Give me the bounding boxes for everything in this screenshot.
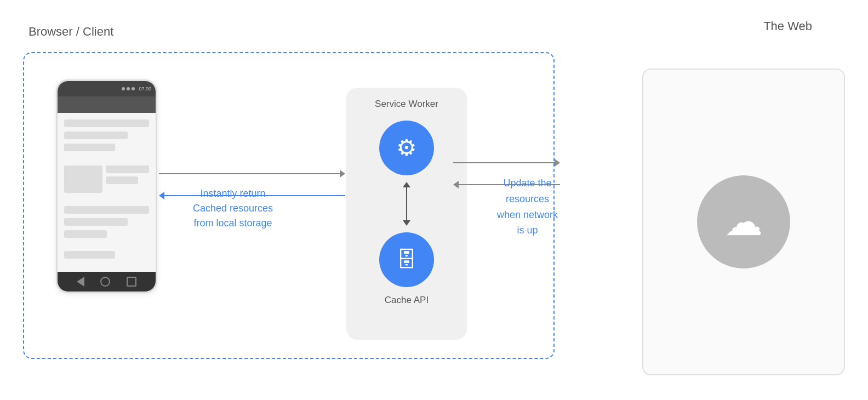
phone-mockup: 07:00 [56,79,157,293]
diagram-container: Browser / Client 07:00 [23,14,845,386]
arrow-shaft-sw-web [453,162,555,164]
cloud-icon-circle: ☁ [697,175,790,268]
battery-icon [132,87,135,90]
status-time: 07:00 [139,86,151,92]
content-line-4 [64,206,149,214]
arrow-head-left-web-sw-icon [453,181,459,188]
back-button-icon [77,277,84,287]
content-row-1 [64,165,149,193]
database-icon: 🗄 [396,248,417,272]
arrow-sw-to-web [453,159,560,167]
the-web-label: The Web [763,19,812,33]
from-local-storage-text: from local storage [193,216,273,231]
browser-client-label: Browser / Client [23,25,560,39]
arrow-head-left-icon [159,192,164,199]
instantly-return-text: Instantly return [193,186,273,201]
signal-icon [122,87,125,90]
content-right-2 [106,176,138,184]
content-line-5 [64,218,128,226]
gear-icon: ⚙ [396,136,417,159]
phone-status-bar: 07:00 [58,81,156,96]
content-line-3 [64,144,115,151]
content-right-1 [106,165,149,173]
web-box: ☁ [642,68,845,375]
content-line-7 [64,251,115,259]
arrow-head-right-sw-web-icon [555,159,560,167]
arrow-head-down-icon [403,220,410,226]
browser-client-area: Browser / Client 07:00 [23,25,560,364]
cached-text-label: Instantly return Cached resources from l… [193,186,273,231]
cloud-icon: ☁ [724,199,763,244]
update-the-text: Update the [497,175,558,191]
arrow-head-right-icon [340,170,345,178]
resources-text: resources [497,191,558,207]
content-right-col [106,165,149,193]
phone-status-icons: 07:00 [122,86,151,92]
service-worker-box: Service Worker ⚙ 🗄 Cache API [346,88,467,340]
when-network-text: when network [497,207,558,223]
wifi-icon [127,87,130,90]
service-worker-icon-circle: ⚙ [379,121,434,175]
content-line-1 [64,119,149,127]
content-line-6 [64,230,107,238]
arrow-shaft [159,173,340,175]
home-button-icon [100,277,110,287]
arrow-phone-to-sw [159,170,345,178]
phone-content [58,113,156,272]
recents-button-icon [127,277,136,287]
cache-api-label: Cache API [385,295,429,306]
update-text-label: Update the resources when network is up [497,175,558,238]
service-worker-label: Service Worker [375,99,438,110]
arrow-shaft-vertical [406,187,408,220]
arrow-head-up-icon [403,182,410,187]
phone-nav-bar [58,272,156,292]
content-block-left [64,165,102,193]
vertical-arrow [403,182,410,226]
cache-api-icon-circle: 🗄 [379,232,434,287]
cached-resources-text: Cached resources [193,201,273,216]
right-section: The Web ☁ Update the resources when netw… [560,41,845,348]
content-line-2 [64,132,128,139]
phone-toolbar [58,96,156,113]
is-up-text: is up [497,222,558,238]
